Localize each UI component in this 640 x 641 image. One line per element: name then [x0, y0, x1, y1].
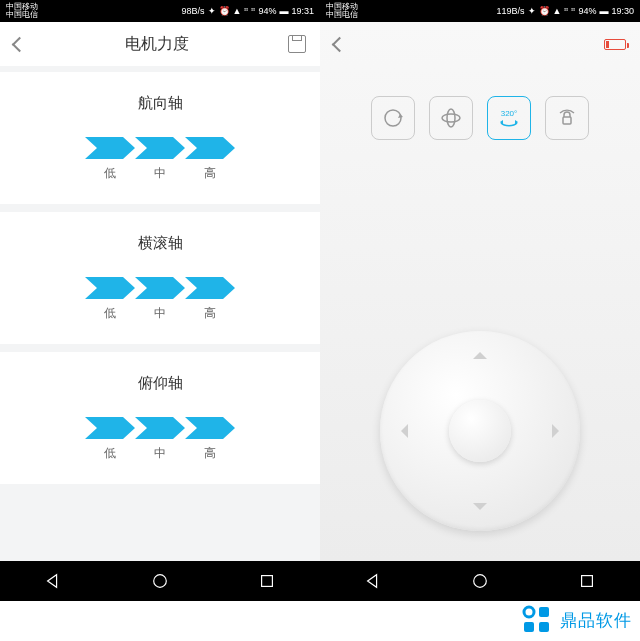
settings-list: 航向轴 低 中 高 横滚轴 低 中 高 俯仰轴 低 中	[0, 66, 320, 561]
battery-pct: 94%	[578, 6, 596, 16]
joystick-up-icon[interactable]	[473, 345, 487, 359]
net-speed: 98B/s	[182, 6, 205, 16]
level-label: 高	[204, 305, 216, 322]
level-label: 高	[204, 165, 216, 182]
svg-marker-13	[398, 114, 403, 118]
section-pitch: 俯仰轴 低 中 高	[0, 352, 320, 484]
level-label: 低	[104, 305, 116, 322]
save-button[interactable]	[288, 35, 306, 53]
svg-rect-25	[524, 622, 534, 632]
svg-marker-6	[85, 417, 135, 439]
bluetooth-icon: ✦	[528, 6, 536, 16]
clock: 19:30	[611, 6, 634, 16]
svg-marker-9	[48, 575, 57, 588]
svg-text:320°: 320°	[501, 109, 518, 118]
battery-pct: 94%	[258, 6, 276, 16]
level-low-icon[interactable]	[85, 277, 135, 299]
section-yaw: 航向轴 低 中 高	[0, 72, 320, 204]
mode-lock-button[interactable]	[545, 96, 589, 140]
mode-320-button[interactable]: 320°	[487, 96, 531, 140]
level-mid-icon[interactable]	[135, 137, 185, 159]
bluetooth-icon: ✦	[208, 6, 216, 16]
level-low-icon[interactable]	[85, 137, 135, 159]
section-title: 横滚轴	[0, 234, 320, 253]
joystick-knob[interactable]	[449, 400, 511, 462]
nav-recent-button[interactable]	[258, 572, 276, 590]
nav-back-button[interactable]	[44, 572, 62, 590]
device-battery-low-icon	[604, 39, 626, 50]
svg-marker-2	[185, 137, 235, 159]
svg-point-12	[385, 110, 401, 126]
nav-recent-button[interactable]	[578, 572, 596, 590]
svg-rect-11	[261, 576, 272, 587]
android-navbar	[0, 561, 320, 601]
level-label: 中	[154, 305, 166, 322]
level-label: 低	[104, 445, 116, 462]
signal-1-icon: ᶦᶦ	[244, 6, 248, 16]
level-mid-icon[interactable]	[135, 417, 185, 439]
svg-point-10	[154, 575, 167, 588]
level-selector[interactable]: 低 中 高	[0, 137, 320, 182]
level-mid-icon[interactable]	[135, 277, 185, 299]
nav-back-button[interactable]	[364, 572, 382, 590]
svg-rect-26	[539, 622, 549, 632]
joystick-left-icon[interactable]	[394, 424, 408, 438]
svg-rect-24	[539, 607, 549, 617]
level-label: 中	[154, 445, 166, 462]
mode-buttons: 320°	[320, 96, 640, 140]
level-selector[interactable]: 低 中 高	[0, 417, 320, 462]
watermark-text: 鼎品软件	[560, 609, 632, 632]
level-high-icon[interactable]	[185, 137, 235, 159]
level-low-icon[interactable]	[85, 417, 135, 439]
svg-marker-20	[368, 575, 377, 588]
app-bar: 电机力度	[0, 22, 320, 66]
right-screenshot: 中国移动 中国电信 119B/s ✦ ⏰ ▲ ᶦᶦ ᶦᶦ 94% ▬ 19:30	[320, 0, 640, 601]
svg-rect-22	[581, 576, 592, 587]
top-bar	[320, 22, 640, 66]
level-label: 高	[204, 445, 216, 462]
section-title: 俯仰轴	[0, 374, 320, 393]
android-navbar	[320, 561, 640, 601]
svg-marker-4	[135, 277, 185, 299]
joystick-down-icon[interactable]	[473, 503, 487, 517]
wifi-icon: ▲	[233, 6, 242, 16]
carrier-2: 中国电信	[326, 11, 358, 19]
wifi-icon: ▲	[553, 6, 562, 16]
mode-spin3d-button[interactable]	[429, 96, 473, 140]
nav-home-button[interactable]	[151, 572, 169, 590]
level-label: 中	[154, 165, 166, 182]
status-bar-left: 中国移动 中国电信 98B/s ✦ ⏰ ▲ ᶦᶦ ᶦᶦ 94% ▬ 19:31	[0, 0, 320, 22]
signal-1-icon: ᶦᶦ	[564, 6, 568, 16]
watermark-logo-icon	[520, 603, 554, 637]
alarm-icon: ⏰	[219, 6, 230, 16]
svg-rect-19	[563, 117, 571, 124]
level-high-icon[interactable]	[185, 417, 235, 439]
nav-home-button[interactable]	[471, 572, 489, 590]
clock: 19:31	[291, 6, 314, 16]
level-label: 低	[104, 165, 116, 182]
signal-2-icon: ᶦᶦ	[571, 6, 575, 16]
back-button[interactable]	[12, 36, 28, 52]
page-title: 电机力度	[125, 34, 189, 55]
svg-point-23	[524, 607, 534, 617]
svg-marker-3	[85, 277, 135, 299]
carrier-2: 中国电信	[6, 11, 38, 19]
back-button[interactable]	[332, 36, 348, 52]
svg-point-15	[447, 109, 455, 127]
level-selector[interactable]: 低 中 高	[0, 277, 320, 322]
joystick-right-icon[interactable]	[552, 424, 566, 438]
svg-marker-8	[185, 417, 235, 439]
alarm-icon: ⏰	[539, 6, 550, 16]
level-high-icon[interactable]	[185, 277, 235, 299]
battery-icon: ▬	[279, 6, 288, 16]
signal-2-icon: ᶦᶦ	[251, 6, 255, 16]
svg-marker-0	[85, 137, 135, 159]
svg-marker-7	[135, 417, 185, 439]
joystick[interactable]	[380, 331, 580, 531]
svg-marker-5	[185, 277, 235, 299]
svg-marker-1	[135, 137, 185, 159]
mode-rotate-button[interactable]	[371, 96, 415, 140]
section-roll: 横滚轴 低 中 高	[0, 212, 320, 344]
left-screenshot: 中国移动 中国电信 98B/s ✦ ⏰ ▲ ᶦᶦ ᶦᶦ 94% ▬ 19:31 …	[0, 0, 320, 601]
svg-point-21	[474, 575, 487, 588]
